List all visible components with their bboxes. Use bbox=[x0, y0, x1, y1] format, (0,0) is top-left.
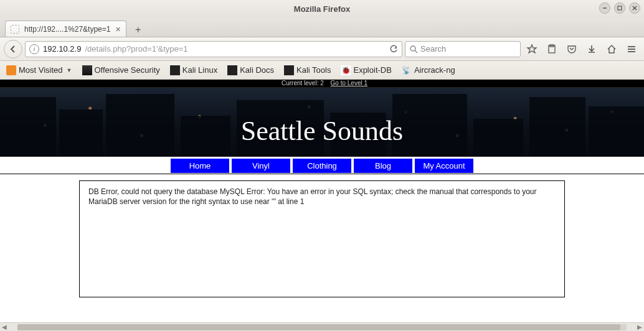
nav-blog[interactable]: Blog bbox=[354, 159, 412, 173]
menu-button[interactable] bbox=[623, 40, 640, 58]
nav-toolbar: i 192.10.2.9/details.php?prod=1'&type=1 … bbox=[0, 37, 644, 61]
downloads-button[interactable] bbox=[583, 40, 600, 58]
nav-account[interactable]: My Account bbox=[415, 159, 473, 173]
browser-tab[interactable]: http://192....1%27&type=1 × bbox=[5, 21, 126, 37]
bookmark-kali-tools[interactable]: Kali Tools bbox=[282, 64, 333, 77]
star-icon bbox=[526, 44, 537, 55]
hamburger-icon bbox=[626, 44, 637, 55]
bookmark-label: Most Visited bbox=[19, 65, 63, 75]
nav-home[interactable]: Home bbox=[171, 159, 229, 173]
horizontal-scrollbar[interactable]: ◀ ▶ bbox=[0, 322, 644, 331]
db-error-text: DB Error, could not query the database M… bbox=[88, 187, 537, 206]
window-controls bbox=[599, 2, 640, 14]
site-info-icon[interactable]: i bbox=[29, 44, 39, 54]
bookmark-label: Aircrack-ng bbox=[414, 65, 455, 75]
pocket-icon bbox=[566, 44, 577, 55]
url-path: /details.php?prod=1'&type=1 bbox=[85, 44, 187, 54]
aircrack-icon: 📡 bbox=[402, 65, 412, 75]
bookmark-exploit-db[interactable]: 🐞 Exploit-DB bbox=[338, 64, 394, 77]
kali-icon bbox=[227, 65, 237, 75]
most-visited-icon bbox=[6, 65, 16, 75]
tab-favicon-icon bbox=[11, 25, 19, 34]
svg-point-4 bbox=[410, 46, 415, 51]
tab-strip: http://192....1%27&type=1 × + bbox=[0, 17, 644, 37]
site-nav: Home Vinyl Clothing Blog My Account bbox=[0, 157, 644, 174]
reload-icon bbox=[389, 45, 398, 54]
nav-clothing[interactable]: Clothing bbox=[293, 159, 351, 173]
nav-vinyl[interactable]: Vinyl bbox=[232, 159, 290, 173]
site-title: Seattle Sounds bbox=[0, 115, 644, 147]
scroll-track[interactable] bbox=[17, 324, 627, 330]
offsec-icon bbox=[82, 65, 92, 75]
current-level-text: Current level: 2 bbox=[282, 80, 324, 86]
reload-button[interactable] bbox=[389, 45, 398, 54]
home-icon bbox=[606, 44, 617, 55]
hero-banner: Seattle Sounds bbox=[0, 87, 644, 157]
scroll-left-arrow-icon[interactable]: ◀ bbox=[0, 324, 9, 330]
bookmark-most-visited[interactable]: Most Visited ▼ bbox=[4, 64, 75, 77]
pocket-button[interactable] bbox=[563, 40, 580, 58]
level-bar: Current level: 2 Go to Level 1 bbox=[0, 80, 644, 87]
search-placeholder: Search bbox=[420, 44, 446, 54]
arrow-left-icon bbox=[8, 44, 18, 54]
scroll-right-arrow-icon[interactable]: ▶ bbox=[635, 324, 644, 330]
bookmark-kali-linux[interactable]: Kali Linux bbox=[168, 64, 220, 77]
bookmark-kali-docs[interactable]: Kali Docs bbox=[225, 64, 277, 77]
kali-icon bbox=[170, 65, 180, 75]
scroll-thumb[interactable] bbox=[17, 324, 620, 330]
window-titlebar: Mozilla Firefox bbox=[0, 0, 644, 17]
page-viewport: Current level: 2 Go to Level 1 Seattle S… bbox=[0, 80, 644, 322]
download-icon bbox=[586, 44, 597, 55]
bookmark-star-button[interactable] bbox=[523, 40, 541, 58]
close-window-button[interactable] bbox=[629, 2, 640, 14]
chevron-down-icon: ▼ bbox=[67, 67, 72, 73]
back-button[interactable] bbox=[4, 40, 22, 58]
search-bar[interactable]: Search bbox=[405, 41, 521, 57]
minimize-button[interactable] bbox=[599, 2, 610, 14]
bookmarks-bar: Most Visited ▼ Offensive Security Kali L… bbox=[0, 61, 644, 80]
search-icon bbox=[409, 45, 418, 54]
bookmark-label: Kali Docs bbox=[240, 65, 274, 75]
new-tab-button[interactable]: + bbox=[130, 23, 146, 37]
library-button[interactable] bbox=[543, 40, 561, 58]
bookmark-offensive-security[interactable]: Offensive Security bbox=[80, 64, 163, 77]
page-body: DB Error, could not query the database M… bbox=[0, 174, 644, 297]
bookmark-aircrack[interactable]: 📡 Aircrack-ng bbox=[399, 64, 458, 77]
goto-level-link[interactable]: Go to Level 1 bbox=[331, 80, 367, 86]
exploitdb-icon: 🐞 bbox=[341, 65, 351, 75]
bookmark-label: Offensive Security bbox=[95, 65, 160, 75]
maximize-button[interactable] bbox=[614, 2, 625, 14]
tab-title: http://192....1%27&type=1 bbox=[24, 25, 110, 34]
home-button[interactable] bbox=[603, 40, 620, 58]
kali-icon bbox=[284, 65, 294, 75]
url-host: 192.10.2.9 bbox=[43, 44, 81, 54]
bookmark-label: Kali Tools bbox=[296, 65, 331, 75]
bookmark-label: Kali Linux bbox=[182, 65, 217, 75]
bookmark-label: Exploit-DB bbox=[353, 65, 391, 75]
window-title: Mozilla Firefox bbox=[294, 4, 350, 14]
svg-rect-1 bbox=[618, 6, 622, 10]
clipboard-icon bbox=[546, 44, 557, 55]
tab-close-icon[interactable]: × bbox=[115, 24, 120, 34]
url-bar[interactable]: i 192.10.2.9/details.php?prod=1'&type=1 bbox=[25, 41, 402, 57]
error-panel: DB Error, could not query the database M… bbox=[79, 180, 565, 297]
svg-line-5 bbox=[415, 50, 417, 53]
